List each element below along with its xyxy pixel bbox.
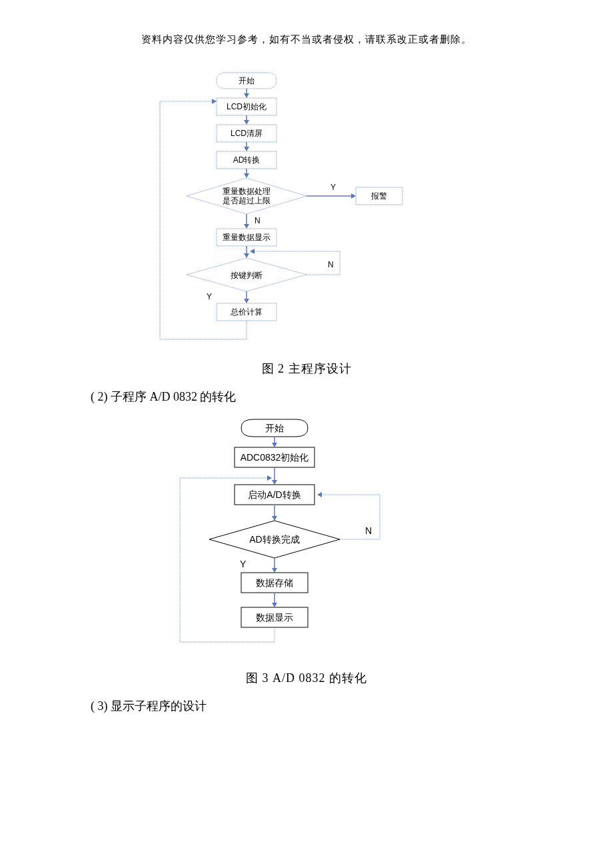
label-y-key: Y — [207, 292, 212, 301]
svg-marker-35 — [272, 516, 277, 521]
svg-marker-8 — [244, 147, 249, 151]
section-3-heading: ( 3) 显示子程序的设计 — [91, 698, 613, 714]
node2-start: 开始 — [265, 423, 284, 433]
node2-data-store: 数据存储 — [256, 577, 293, 588]
node2-data-display: 数据显示 — [256, 612, 293, 623]
svg-marker-5 — [244, 120, 249, 125]
svg-marker-0 — [212, 99, 217, 104]
caption-fig3: 图 3 A/D 0832 的转化 — [0, 670, 613, 686]
node-key-check: 按键判断 — [231, 271, 263, 280]
label-n-key: N — [328, 260, 334, 269]
caption-fig2: 图 2 主程序设计 — [0, 361, 613, 377]
svg-marker-17 — [244, 224, 249, 229]
svg-marker-11 — [244, 173, 249, 178]
flowchart-main-program: 开始 LCD初始化 LCD清屏 AD转换 重量数据处理 — [140, 66, 473, 353]
svg-marker-24 — [244, 299, 249, 303]
document-page: 资料内容仅供您学习参考，如有不当或者侵权，请联系改正或者删除。 开始 LCD初始… — [0, 0, 613, 791]
svg-marker-42 — [272, 603, 277, 607]
svg-marker-20 — [244, 253, 249, 258]
label-y-alarm: Y — [330, 183, 336, 192]
svg-marker-2 — [244, 93, 249, 98]
node-weight-line2: 是否超过上限 — [223, 196, 271, 205]
node-ad-convert: AD转换 — [233, 155, 261, 165]
svg-marker-29 — [272, 443, 277, 447]
label2-n: N — [365, 525, 372, 536]
node2-adc-init: ADC0832初始化 — [241, 452, 309, 463]
node-alarm: 报警 — [370, 191, 387, 201]
label2-y: Y — [240, 559, 247, 569]
node2-start-ad: 启动A/D转换 — [248, 489, 301, 500]
svg-marker-44 — [267, 475, 272, 481]
section-2-heading: ( 2) 子程序 A/D 0832 的转化 — [91, 389, 613, 405]
svg-marker-32 — [272, 480, 277, 485]
svg-marker-37 — [317, 492, 322, 497]
node-lcd-clear: LCD清屏 — [231, 129, 263, 138]
node2-ad-done: AD转换完成 — [249, 534, 299, 545]
label-n-weight: N — [255, 216, 261, 225]
header-note: 资料内容仅供您学习参考，如有不当或者侵权，请联系改正或者删除。 — [0, 33, 613, 46]
node-start: 开始 — [239, 76, 255, 85]
svg-marker-39 — [272, 568, 277, 573]
node-weight-line1: 重量数据处理 — [223, 187, 271, 196]
flowchart-ad0832: 开始 ADC0832初始化 启动A/D转换 AD转换完成 N — [140, 415, 473, 662]
svg-marker-14 — [351, 193, 356, 199]
node-weight-display: 重量数据显示 — [223, 233, 271, 242]
svg-marker-22 — [250, 249, 255, 254]
node-total-calc: 总价计算 — [230, 307, 263, 317]
node-lcd-init: LCD初始化 — [227, 102, 267, 111]
